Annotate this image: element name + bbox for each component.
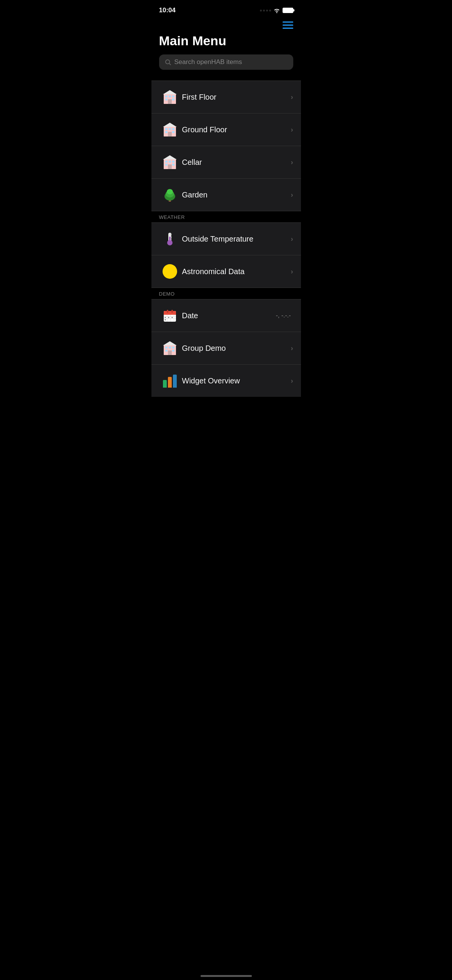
svg-point-30 (167, 189, 173, 194)
date-label: Date (182, 311, 276, 320)
astronomical-data-chevron: › (291, 268, 293, 276)
status-bar: 10:04 (151, 0, 301, 18)
svg-rect-40 (164, 314, 176, 315)
svg-point-33 (167, 240, 173, 245)
svg-rect-5 (165, 95, 168, 97)
weather-section-header: WEATHER (151, 211, 301, 222)
first-floor-icon (159, 86, 181, 108)
search-placeholder: Search openHAB items (174, 58, 242, 66)
outside-temperature-chevron: › (291, 235, 293, 243)
hamburger-line-3 (283, 28, 293, 29)
group-demo-label: Group Demo (182, 344, 291, 353)
svg-rect-58 (172, 350, 174, 352)
svg-marker-12 (163, 123, 177, 127)
group-demo-icon (159, 337, 181, 359)
garden-chevron: › (291, 191, 293, 199)
list-item-outside-temperature[interactable]: Outside Temperature › (151, 223, 301, 255)
svg-rect-50 (167, 310, 168, 313)
list-item-astronomical-data[interactable]: Astronomical Data › (151, 255, 301, 288)
hamburger-line-1 (283, 21, 293, 23)
list-item-cellar[interactable]: Cellar › (151, 146, 301, 179)
list-item-ground-floor[interactable]: Ground Floor › (151, 113, 301, 146)
svg-rect-14 (169, 128, 171, 130)
svg-rect-9 (172, 99, 174, 100)
menu-button-container[interactable] (159, 18, 293, 33)
widget-overview-label: Widget Overview (182, 377, 291, 385)
signal-icon (260, 10, 271, 12)
svg-rect-10 (168, 99, 172, 104)
svg-line-2 (169, 63, 171, 65)
widget-overview-icon (159, 370, 181, 391)
svg-point-48 (171, 317, 173, 318)
svg-rect-22 (169, 161, 171, 163)
svg-marker-20 (163, 155, 177, 159)
battery-icon (283, 8, 293, 13)
astronomical-data-icon (159, 261, 181, 282)
ground-floor-label: Ground Floor (182, 125, 291, 134)
svg-rect-55 (169, 347, 171, 349)
svg-rect-23 (172, 161, 174, 163)
page-title: Main Menu (159, 33, 293, 48)
status-time: 10:04 (159, 7, 176, 14)
first-floor-label: First Floor (182, 93, 291, 102)
list-item-garden[interactable]: Garden › (151, 179, 301, 211)
first-floor-chevron: › (291, 93, 293, 101)
garden-label: Garden (182, 191, 291, 199)
date-value: -, -.-.- (276, 312, 291, 319)
svg-rect-57 (165, 350, 168, 352)
date-icon (159, 305, 181, 326)
svg-rect-26 (168, 164, 172, 169)
svg-rect-16 (165, 131, 168, 133)
astronomical-data-label: Astronomical Data (182, 267, 291, 276)
search-icon (164, 59, 171, 66)
sun-shape (163, 264, 177, 279)
svg-rect-24 (165, 164, 168, 166)
svg-rect-59 (168, 350, 172, 355)
svg-rect-15 (172, 128, 174, 130)
svg-rect-6 (169, 95, 171, 97)
locations-section: First Floor › Ground Floor › (151, 81, 301, 211)
svg-rect-7 (172, 95, 174, 97)
group-demo-chevron: › (291, 344, 293, 352)
ground-floor-chevron: › (291, 126, 293, 134)
cellar-icon (159, 151, 181, 173)
svg-rect-51 (171, 310, 173, 313)
chart-bars (163, 374, 177, 388)
svg-rect-17 (172, 131, 174, 133)
svg-rect-56 (172, 347, 174, 349)
svg-rect-25 (172, 164, 174, 166)
list-item-date[interactable]: Date -, -.-.- (151, 299, 301, 332)
header: Main Menu Search openHAB items (151, 18, 301, 81)
svg-point-49 (164, 319, 166, 321)
cellar-label: Cellar (182, 158, 291, 167)
weather-section: Outside Temperature › Astronomical Data … (151, 222, 301, 288)
hamburger-icon[interactable] (283, 21, 293, 29)
status-icons (260, 8, 293, 13)
list-item-widget-overview[interactable]: Widget Overview › (151, 365, 301, 397)
svg-rect-21 (165, 161, 168, 163)
ground-floor-icon (159, 119, 181, 140)
outside-temperature-icon (159, 228, 181, 250)
outside-temperature-label: Outside Temperature (182, 235, 291, 243)
svg-rect-8 (165, 99, 168, 100)
svg-rect-18 (168, 132, 172, 136)
garden-icon (159, 184, 181, 206)
demo-section: Date -, -.-.- Group Demo › (151, 299, 301, 397)
widget-overview-chevron: › (291, 377, 293, 385)
demo-section-header: DEMO (151, 288, 301, 299)
svg-marker-53 (163, 341, 177, 345)
svg-rect-54 (165, 347, 168, 349)
hamburger-line-2 (283, 25, 293, 26)
svg-point-46 (164, 317, 166, 318)
svg-point-1 (166, 60, 170, 64)
svg-point-0 (276, 12, 277, 13)
search-bar[interactable]: Search openHAB items (159, 54, 293, 70)
svg-point-47 (168, 317, 169, 318)
list-item-group-demo[interactable]: Group Demo › (151, 332, 301, 365)
svg-marker-4 (163, 90, 177, 94)
svg-rect-13 (165, 128, 168, 130)
bottom-padding (151, 397, 301, 428)
cellar-chevron: › (291, 158, 293, 166)
wifi-icon (273, 8, 280, 13)
list-item-first-floor[interactable]: First Floor › (151, 81, 301, 113)
